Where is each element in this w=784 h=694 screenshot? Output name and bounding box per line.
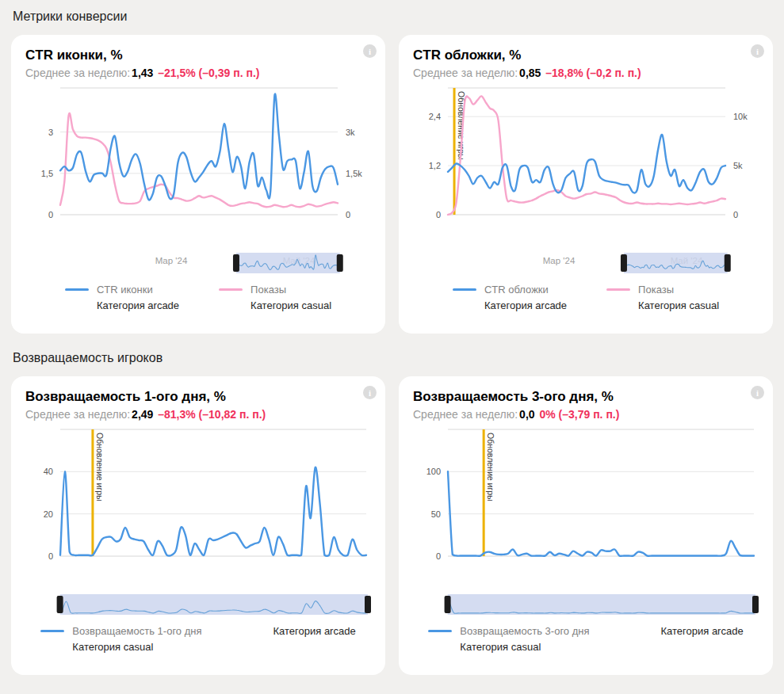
y-axis-left-label: 1,5 [41,169,53,178]
legend-line-sample [219,288,243,291]
legend-item[interactable]: Возвращаемость 1-ого дня [40,624,201,638]
y-axis-right-label: 1,5k [346,169,362,178]
series-line-0 [60,94,338,200]
y-axis-right-label: 3k [346,128,355,137]
legend-line-sample [428,630,452,632]
legend-label: Категория casual [460,640,541,654]
legend-item[interactable]: Категория casual [219,299,331,312]
legend-label: Категория casual [250,299,331,312]
avg-label: Среднее за неделю: [413,67,518,79]
info-icon[interactable]: i [751,386,764,399]
chart-legend: Возвращаемость 1-ого дняКатегория arcade… [40,624,355,654]
game-update-annotation-label: Обновление игры [486,433,495,501]
game-update-annotation-label: Обновление игры [95,433,105,501]
legend-line-sample [606,288,630,291]
chart-canvas-ctr-cover[interactable]: 01,22,405k10kМар '24Май '24Обновление иг… [413,83,759,280]
legend-label: Показы [250,283,286,296]
series-line-1 [448,96,725,215]
legend-item[interactable]: Категория arcade [242,624,356,638]
chart-legend: CTR обложкиПоказыКатегория arcadeКатегор… [453,283,719,312]
chart-legend: Возвращаемость 3-ого дняКатегория arcade… [428,624,743,654]
info-icon[interactable]: i [363,44,377,58]
chart-legend: CTR иконкиПоказыКатегория arcadeКатегори… [65,283,331,312]
card-retention-day1: Возвращаемость 1-ого дня, % i Среднее за… [11,376,385,675]
y-axis-right-label: 0 [733,210,738,219]
card-title: Возвращаемость 1-ого дня, % [25,387,371,406]
section-title-conversion: Метрики конверсии [13,10,773,24]
avg-label: Среднее за неделю: [25,408,130,421]
legend-item[interactable]: Категория casual [40,640,201,654]
avg-value: 1,43 [132,67,153,79]
legend-item[interactable]: Возвращаемость 3-ого дня [428,624,589,638]
legend-label: CTR иконки [97,283,153,296]
navigator-handle-left[interactable] [233,254,239,272]
navigator-window[interactable] [624,253,728,273]
y-axis-left-label: 0 [48,551,53,561]
navigator-handle-left[interactable] [57,596,63,613]
navigator-handle-right[interactable] [752,596,759,613]
navigator-window[interactable] [236,253,340,273]
y-axis-left-label: 20 [44,509,53,519]
avg-label: Среднее за неделю: [413,408,518,421]
legend-item[interactable]: Показы [219,283,331,296]
y-axis-right-label: 0 [346,210,350,219]
legend-item[interactable]: CTR обложки [453,283,567,296]
legend-item[interactable]: Категория arcade [453,299,567,312]
y-axis-left-label: 1,2 [429,161,441,170]
chart-canvas-retention-day1[interactable]: 02040Обновление игры [25,425,371,621]
legend-item[interactable]: Показы [606,283,719,296]
card-title: Возвращаемость 3-ого дня, % [413,387,759,406]
chart-canvas-retention-day3[interactable]: 050100Обновление игры [413,425,759,621]
legend-item[interactable]: Категория arcade [65,299,179,312]
legend-item[interactable]: Категория casual [606,299,719,312]
y-axis-left-label: 0 [436,210,441,219]
navigator-handle-right[interactable] [365,596,371,613]
y-axis-right-label: 10k [733,112,748,121]
legend-item[interactable]: Категория arcade [629,624,744,638]
navigator-handle-left[interactable] [445,596,451,613]
legend-label: Категория casual [72,640,153,654]
legend-label: Возвращаемость 1-ого дня [72,624,201,638]
card-ctr-icon: CTR иконки, % i Среднее за неделю:1,43 –… [11,35,385,334]
legend-item[interactable]: Категория casual [428,640,589,654]
avg-delta: –18,8% (–0,2 п. п.) [545,67,641,79]
y-axis-left-label: 40 [44,467,53,476]
avg-label: Среднее за неделю: [25,67,130,79]
metrics-dashboard: Метрики конверсии CTR иконки, % i Средне… [0,0,784,675]
avg-delta: –21,5% (–0,39 п. п.) [158,67,259,79]
legend-label: Показы [638,283,674,296]
navigator-window[interactable] [448,594,755,615]
weekly-average-line: Среднее за неделю:0,85 –18,8% (–0,2 п. п… [413,65,759,82]
navigator-handle-right[interactable] [725,254,731,272]
series-line-0 [448,135,725,193]
navigator-handle-left[interactable] [621,254,627,272]
chart-canvas-ctr-icon[interactable]: 01,5301,5k3kМар '24Май '24 [25,83,371,280]
y-axis-left-label: 100 [426,467,441,476]
navigator-handle-right[interactable] [337,254,343,272]
card-title: CTR иконки, % [25,45,371,65]
avg-value: 0,85 [519,67,541,79]
legend-line-sample [40,630,64,632]
weekly-average-line: Среднее за неделю:1,43 –21,5% (–0,39 п. … [25,65,371,82]
avg-value: 0,0 [519,408,534,421]
y-axis-left-label: 2,4 [429,112,441,121]
legend-line-sample [65,288,89,291]
legend-label: Возвращаемость 3-ого дня [460,624,589,638]
avg-value: 2,49 [132,408,153,421]
retention-cards-row: Возвращаемость 1-ого дня, % i Среднее за… [11,376,773,675]
card-retention-day3: Возвращаемость 3-ого дня, % i Среднее за… [399,376,773,675]
info-icon[interactable]: i [363,386,377,399]
avg-delta: 0% (–3,79 п. п.) [539,408,619,421]
legend-label: CTR обложки [484,283,549,296]
info-icon[interactable]: i [751,44,764,58]
legend-item[interactable]: CTR иконки [65,283,179,296]
legend-label: Категория arcade [273,624,356,638]
navigator-window[interactable] [60,594,368,615]
avg-delta: –81,3% (–10,82 п. п.) [158,408,266,421]
y-axis-right-label: 5k [733,161,743,170]
weekly-average-line: Среднее за неделю:2,49 –81,3% (–10,82 п.… [25,406,371,423]
card-title: CTR обложки, % [413,45,759,65]
legend-label: Категория casual [638,299,719,312]
conversion-cards-row: CTR иконки, % i Среднее за неделю:1,43 –… [11,35,773,334]
y-axis-left-label: 50 [431,509,441,519]
